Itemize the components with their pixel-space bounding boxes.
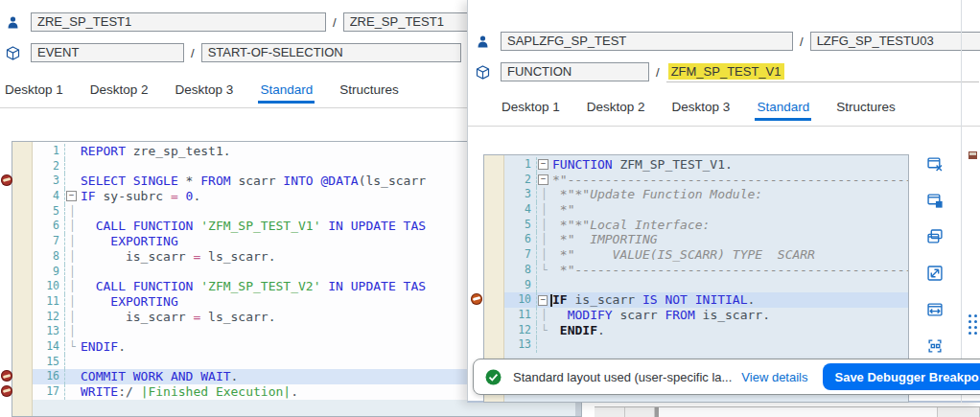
fold-column	[65, 159, 81, 174]
fold-column: │	[537, 187, 552, 202]
line-number: 3	[504, 187, 537, 202]
line-number: 8	[504, 263, 537, 278]
code-line[interactable]: 10−IF is_scarr IS NOT INITIAL.	[484, 292, 908, 308]
fold-column: └	[65, 339, 81, 355]
tab-desktop-2[interactable]: Desktop 2	[88, 79, 151, 104]
line-number: 11	[33, 294, 65, 310]
line-number: 4	[33, 189, 65, 204]
line-number: 1	[33, 144, 65, 159]
fold-column: │	[537, 308, 552, 323]
tab-desktop-3[interactable]: Desktop 3	[174, 79, 236, 104]
right-function-row: / ZFM_SP_TEST_V1	[474, 61, 979, 82]
line-number: 13	[504, 337, 537, 353]
fold-collapse-icon[interactable]: −	[66, 191, 77, 201]
code-line[interactable]: 5│ *"*"Local Interface:	[484, 218, 908, 233]
line-number: 7	[504, 247, 537, 263]
drag-handle-dots-icon[interactable]	[968, 314, 977, 335]
fold-column	[65, 174, 81, 189]
highlighted-function-name: ZFM_SP_TEST_V1	[668, 63, 784, 80]
line-number: 9	[504, 278, 537, 293]
line-number: 11	[504, 308, 537, 323]
line-number: 2	[33, 159, 65, 174]
code-line[interactable]: 9	[484, 278, 908, 293]
tab-desktop-1[interactable]: Desktop 1	[500, 96, 562, 121]
fold-collapse-icon[interactable]: −	[538, 295, 548, 306]
code-line[interactable]: 13	[484, 337, 908, 353]
breakpoint-icon[interactable]	[471, 293, 482, 305]
right-name-field[interactable]: ZFM_SP_TEST_V1	[666, 61, 979, 82]
fold-column: −	[537, 157, 552, 173]
unlink-icon[interactable]	[926, 338, 944, 354]
fold-column: │	[65, 249, 81, 265]
code-line[interactable]: 6│ *" IMPORTING	[484, 232, 908, 247]
fold-column: │	[65, 324, 81, 339]
left-program-field[interactable]	[31, 12, 326, 32]
fold-column	[537, 337, 552, 353]
line-number: 16	[33, 369, 65, 384]
tab-standard[interactable]: Standard	[258, 79, 315, 104]
tab-structures[interactable]: Structures	[338, 79, 401, 104]
code-line[interactable]: 1−FUNCTION ZFM_SP_TEST_V1.	[484, 157, 908, 173]
cascade-windows-icon[interactable]	[926, 229, 944, 244]
left-event-row: /	[4, 43, 467, 62]
code-line[interactable]: 3│ *"*"Update Function Module:	[484, 187, 908, 202]
code-line[interactable]: 12└ ENDIF.	[484, 323, 908, 338]
background-table-header	[595, 406, 980, 417]
new-window-icon[interactable]	[926, 193, 944, 208]
fold-column: │	[537, 218, 552, 233]
fold-column: │	[537, 247, 552, 263]
code-line[interactable]: 7│ *" VALUE(IS_SCARR) TYPE SCARR	[484, 247, 908, 263]
tab-structures[interactable]: Structures	[834, 96, 898, 121]
line-number: 4	[504, 202, 537, 218]
resize-window-icon[interactable]	[926, 266, 944, 281]
toast-text: Standard layout used (user-specific la..…	[513, 370, 732, 384]
fold-column	[65, 355, 81, 370]
fold-column: │	[65, 279, 81, 294]
breakpoint-icon[interactable]	[1, 370, 12, 382]
breakpoint-icon[interactable]	[1, 174, 12, 186]
right-tab-bar: Desktop 1Desktop 2Desktop 3StandardStruc…	[500, 96, 898, 121]
fold-column	[537, 278, 552, 293]
right-type-field[interactable]	[501, 62, 649, 81]
fold-collapse-icon[interactable]: −	[538, 174, 548, 185]
tab-standard[interactable]: Standard	[755, 96, 811, 121]
save-debugger-breakpoints-button[interactable]: Save Debugger Breakpo	[823, 363, 980, 390]
line-number: 6	[504, 232, 537, 247]
cube-icon	[474, 65, 491, 80]
fold-column: │	[65, 294, 81, 310]
user-icon	[474, 35, 491, 49]
fold-column	[65, 144, 81, 159]
code-line[interactable]: 11│ MODIFY scarr FROM is_scarr.	[484, 308, 908, 323]
breakpoint-icon[interactable]	[1, 385, 12, 397]
line-number: 12	[33, 310, 65, 325]
tab-desktop-3[interactable]: Desktop 3	[670, 96, 733, 121]
line-number: 2	[504, 173, 537, 188]
separator-slash: /	[191, 46, 195, 60]
left-name-field[interactable]	[201, 43, 461, 62]
fold-collapse-icon[interactable]: −	[538, 159, 548, 170]
tab-desktop-1[interactable]: Desktop 1	[3, 79, 65, 104]
right-include-field[interactable]	[810, 32, 980, 51]
view-details-link[interactable]: View details	[741, 370, 807, 384]
separator-slash: /	[333, 15, 337, 30]
user-icon	[4, 15, 21, 30]
right-program-field[interactable]	[501, 32, 793, 51]
close-window-icon[interactable]	[926, 156, 944, 172]
code-line[interactable]: 2−*"------------------------------------…	[484, 173, 908, 188]
fold-column: │	[537, 232, 552, 247]
code-tool-column	[915, 156, 955, 390]
code-line[interactable]: 8└ *"-----------------------------------…	[484, 263, 908, 278]
line-number: 13	[33, 324, 65, 339]
separator-slash: /	[656, 65, 660, 80]
left-tab-bar: Desktop 1Desktop 2Desktop 3StandardStruc…	[3, 79, 401, 104]
right-panel-window: / / ZFM_SP_TEST_V1 Desktop 1Desktop 2Des…	[467, 0, 980, 403]
code-line[interactable]: 4│ *"	[484, 202, 908, 218]
panel-edge-divider	[961, 0, 962, 403]
tab-desktop-2[interactable]: Desktop 2	[585, 96, 647, 121]
fold-column	[65, 384, 81, 400]
line-number: 6	[33, 219, 65, 234]
line-number: 10	[33, 279, 65, 294]
right-tab-separator	[468, 126, 980, 127]
left-type-field[interactable]	[31, 43, 184, 62]
split-window-icon[interactable]	[926, 302, 944, 317]
